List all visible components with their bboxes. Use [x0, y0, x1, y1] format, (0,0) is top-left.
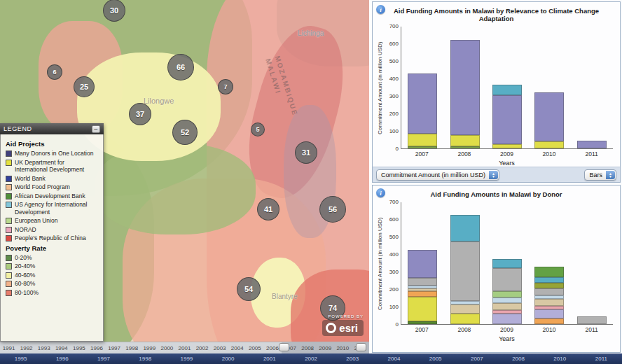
- esri-logo-text: esri: [339, 322, 358, 334]
- timeline-year-2010[interactable]: 2010: [334, 342, 352, 354]
- legend-header: LEGEND –: [0, 123, 104, 134]
- time-slider-handle-left[interactable]: [279, 343, 289, 351]
- chart-panel-donor: i Aid Funding Amounts in Malawi by Donor…: [372, 185, 621, 353]
- y-tick: 500: [389, 234, 399, 240]
- legend-item-label: World Food Program: [15, 183, 70, 191]
- cluster-marker-31[interactable]: 31: [295, 141, 317, 164]
- bottom-year-bar[interactable]: 1995199619971998199920002001200220032004…: [0, 354, 622, 364]
- cluster-marker-56[interactable]: 56: [319, 196, 346, 223]
- chart-controls: Commitment Amount (in million USD) ▲ ▼ B…: [373, 167, 620, 182]
- bar-segment-yellow: [408, 297, 437, 321]
- arrow-down-icon: ▼: [492, 175, 495, 178]
- timeline-year-1996[interactable]: 1996: [88, 342, 105, 354]
- chart-body: Commitment Amount (in million USD) 70060…: [373, 202, 620, 342]
- legend-item-label: European Union: [15, 217, 57, 225]
- bar-segment-gray: [450, 241, 480, 301]
- metric-dropdown[interactable]: Commitment Amount (in million USD) ▲ ▼: [376, 169, 499, 181]
- cluster-marker-30[interactable]: 30: [103, 0, 125, 22]
- bottom-year-2010: 2010: [539, 356, 581, 362]
- cluster-marker-37[interactable]: 37: [129, 103, 151, 125]
- cluster-marker-41[interactable]: 41: [257, 198, 279, 220]
- stacked-bar-2009: [492, 259, 522, 324]
- map-label-blantyre: Blantyre: [272, 293, 298, 300]
- y-axis-label: Commitment Amount (in million USD): [375, 27, 384, 149]
- legend-minimize-button[interactable]: –: [92, 125, 100, 133]
- cluster-marker-5[interactable]: 5: [251, 122, 265, 136]
- info-icon[interactable]: i: [376, 188, 385, 197]
- y-tick: 300: [389, 270, 399, 275]
- bar-segment-lavender: [534, 309, 564, 318]
- legend-item: 40-60%: [6, 272, 98, 279]
- x-axis-ticks: 20072008200920102011: [401, 150, 613, 158]
- legend-item: African Development Bank: [6, 192, 98, 200]
- charts-column: i Aid Funding Amounts in Malawi by Relev…: [371, 0, 622, 354]
- legend-swatch: [6, 218, 12, 224]
- timeline-year-2005[interactable]: 2005: [246, 342, 263, 354]
- x-axis-label: Years: [401, 160, 613, 167]
- timeline-year-1993[interactable]: 1993: [35, 342, 53, 354]
- time-slider[interactable]: 1991199219931994199519961997199819992000…: [0, 342, 369, 354]
- legend-item-label: 40-60%: [15, 272, 35, 279]
- timeline-year-1994[interactable]: 1994: [53, 342, 70, 354]
- cluster-marker-52[interactable]: 52: [172, 120, 198, 145]
- bar-segment-gray: [577, 316, 607, 324]
- info-icon[interactable]: i: [376, 5, 385, 14]
- chart-type-dropdown[interactable]: Bars ▲ ▼: [584, 169, 616, 181]
- bar-segment-purple: [577, 141, 607, 148]
- timeline-year-1997[interactable]: 1997: [106, 342, 123, 354]
- cluster-marker-66[interactable]: 66: [167, 54, 194, 80]
- legend-swatch: [6, 263, 12, 270]
- y-tick: 700: [389, 24, 399, 29]
- plot-area: [401, 202, 613, 325]
- timeline-year-2009[interactable]: 2009: [317, 342, 334, 354]
- bar-segment-yellow: [450, 314, 480, 324]
- timeline-year-1995[interactable]: 1995: [70, 342, 88, 354]
- timeline-year-2000[interactable]: 2000: [158, 342, 176, 354]
- cluster-marker-6[interactable]: 6: [47, 64, 62, 80]
- bar-segment-gray: [534, 288, 564, 295]
- legend-swatch: [6, 272, 12, 279]
- bottom-year-2002: 2002: [290, 356, 331, 362]
- timeline-year-1999[interactable]: 1999: [141, 342, 158, 354]
- cluster-marker-7[interactable]: 7: [218, 79, 233, 94]
- legend-swatch: [6, 281, 12, 287]
- chart-title-climate: Aid Funding Amounts in Malawi by Relevan…: [373, 7, 620, 22]
- cluster-marker-54[interactable]: 54: [237, 277, 261, 301]
- x-tick-2010: 2010: [534, 150, 564, 158]
- timeline-year-1998[interactable]: 1998: [123, 342, 141, 354]
- timeline-year-1992[interactable]: 1992: [18, 342, 35, 354]
- timeline-year-2008[interactable]: 2008: [299, 342, 317, 354]
- bar-segment-yellow: [408, 134, 437, 146]
- chart-panel-climate: i Aid Funding Amounts in Malawi by Relev…: [372, 1, 621, 183]
- time-slider-handle-right[interactable]: [356, 343, 366, 351]
- legend-swatch: [6, 255, 12, 261]
- bottom-year-2008: 2008: [497, 356, 539, 362]
- bar-segment-purple: [408, 74, 437, 134]
- legend-swatch: [6, 193, 12, 200]
- legend-item-label: UK Department for International Developm…: [15, 159, 98, 174]
- bottom-year-1997: 1997: [83, 356, 124, 362]
- stacked-bar-2010: [534, 267, 564, 324]
- bar-segment-yellow: [492, 144, 522, 148]
- y-tick: 500: [389, 59, 399, 64]
- timeline-year-2003[interactable]: 2003: [211, 342, 228, 354]
- legend-item-label: 60-80%: [15, 280, 35, 288]
- timeline-year-2001[interactable]: 2001: [176, 342, 193, 354]
- plot-area: [401, 27, 613, 149]
- legend-swatch: [6, 160, 12, 166]
- legend-section-title: Aid Projects: [6, 140, 98, 148]
- y-axis-ticks: 7006005004003002001000: [384, 24, 401, 152]
- metric-dropdown-value: Commitment Amount (in million USD): [381, 172, 485, 178]
- cluster-marker-25[interactable]: 25: [74, 76, 95, 97]
- timeline-year-1991[interactable]: 1991: [0, 342, 18, 354]
- chart-body: Commitment Amount (in million USD) 70060…: [373, 27, 620, 167]
- timeline-year-2002[interactable]: 2002: [193, 342, 211, 354]
- bar-segment-orange: [408, 291, 437, 297]
- stacked-bar-2011: [577, 316, 607, 324]
- plot-column: 20072008200920102011 Years: [401, 202, 620, 342]
- legend-swatch: [6, 290, 12, 296]
- timeline-year-2004[interactable]: 2004: [228, 342, 246, 354]
- y-tick: 400: [389, 252, 399, 258]
- legend-item-label: US Agency for International Development: [15, 201, 98, 216]
- bottom-year-2005: 2005: [415, 356, 456, 362]
